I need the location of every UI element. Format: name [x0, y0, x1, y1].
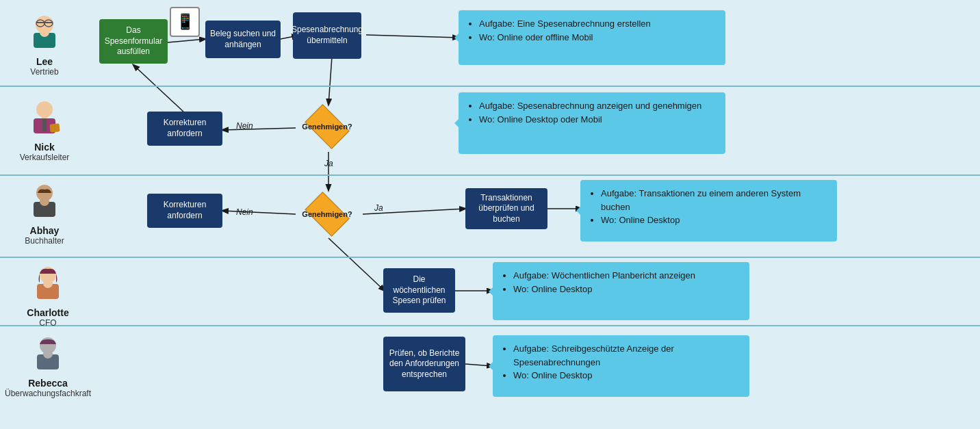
- box-transaktionen[interactable]: Transaktionen überprüfen und buchen: [465, 188, 547, 229]
- callout-nick-item-2: Wo: Online Desktop oder Mobil: [479, 113, 716, 127]
- process-diagram: Lee Vertrieb Nick Verkaufsleiter Abhay B…: [0, 0, 980, 429]
- svg-point-19: [36, 101, 53, 118]
- callout-rebecca-item-2: Wo: Online Desktop: [513, 369, 740, 382]
- diamond-genehmigen1: Genehmigen?: [293, 103, 361, 151]
- callout-abhay: Aufgabe: Transaktionen zu einem anderen …: [580, 180, 837, 242]
- box-spesenabrechnung[interactable]: Spesenabrechnung übermitteln: [293, 12, 361, 59]
- svg-line-6: [222, 211, 296, 214]
- box-korrekturen2[interactable]: Korrekturen anfordern: [147, 194, 222, 228]
- callout-lee: Aufgabe: Eine Spesenabrechnung erstellen…: [459, 10, 725, 65]
- callout-rebecca-list: Aufgabe: Schreibgeschützte Anzeige der S…: [502, 342, 740, 382]
- callout-lee-item-1: Aufgabe: Eine Spesenabrechnung erstellen: [479, 17, 716, 31]
- persona-nick: Nick Verkaufsleiter: [14, 98, 75, 162]
- svg-line-2: [328, 57, 332, 105]
- arrow-label-nein1: Nein: [236, 121, 253, 131]
- persona-charlotte-role: CFO: [39, 318, 56, 328]
- avatar-nick: [24, 98, 65, 139]
- callout-charlotte: Aufgabe: Wöchentlichen Planbericht anzei…: [493, 262, 749, 320]
- mobile-icon: 📱: [170, 7, 200, 37]
- svg-rect-23: [50, 123, 60, 132]
- persona-abhay-role: Buchhalter: [25, 236, 64, 246]
- persona-nick-role: Verkaufsleiter: [20, 153, 70, 162]
- box-spesenformular[interactable]: Das Spesenformular ausfüllen: [99, 19, 168, 64]
- svg-line-4: [133, 65, 185, 113]
- box-pruefen[interactable]: Prüfen, ob Berichte den Anforderungen en…: [383, 337, 465, 391]
- persona-lee: Lee Vertrieb: [14, 12, 75, 77]
- svg-point-26: [40, 196, 49, 206]
- callout-nick-item-1: Aufgabe: Spesenabrechnung anzeigen und g…: [479, 99, 716, 113]
- swimlane-line-4: [0, 325, 980, 326]
- persona-abhay-name: Abhay: [30, 225, 60, 236]
- avatar-rebecca: [27, 334, 68, 375]
- avatar-lee: [24, 12, 65, 53]
- callout-charlotte-list: Aufgabe: Wöchentlichen Planbericht anzei…: [502, 269, 740, 296]
- box-wochentlich[interactable]: Die wöchentlichen Spesen prüfen: [383, 268, 455, 313]
- swimlane-line-2: [0, 174, 980, 176]
- persona-charlotte-name: Charlotte: [27, 307, 68, 318]
- callout-abhay-item-1: Aufgabe: Transaktionen zu einem anderen …: [601, 187, 827, 213]
- persona-lee-name: Lee: [36, 56, 53, 67]
- svg-point-29: [43, 278, 53, 288]
- swimlane-line-3: [0, 257, 980, 258]
- callout-lee-list: Aufgabe: Eine Spesenabrechnung erstellen…: [468, 17, 716, 44]
- callout-charlotte-item-1: Aufgabe: Wöchentlichen Planbericht anzei…: [513, 269, 740, 283]
- persona-abhay: Abhay Buchhalter: [14, 181, 75, 246]
- callout-lee-item-2: Wo: Online oder offline Mobil: [479, 31, 716, 44]
- callout-abhay-list: Aufgabe: Transaktionen zu einem anderen …: [590, 187, 827, 227]
- box-belege-suchen[interactable]: Beleg suchen und anhängen: [205, 21, 281, 58]
- persona-rebecca-role: Überwachungsfachkraft: [5, 389, 91, 398]
- svg-line-12: [366, 35, 459, 38]
- box-korrekturen1[interactable]: Korrekturen anfordern: [147, 112, 222, 146]
- callout-rebecca: Aufgabe: Schreibgeschützte Anzeige der S…: [493, 335, 749, 397]
- svg-point-18: [40, 27, 49, 37]
- arrow-label-ja1: Ja: [324, 159, 333, 168]
- svg-point-32: [43, 349, 53, 359]
- avatar-abhay: [24, 181, 65, 222]
- persona-rebecca-name: Rebecca: [28, 378, 68, 389]
- persona-lee-role: Vertrieb: [30, 67, 58, 77]
- svg-line-0: [168, 39, 205, 42]
- swimlane-line-1: [0, 86, 980, 87]
- arrow-label-nein2: Nein: [236, 207, 253, 217]
- persona-charlotte: Charlotte CFO: [14, 263, 82, 328]
- callout-rebecca-item-1: Aufgabe: Schreibgeschützte Anzeige der S…: [513, 342, 740, 369]
- arrow-label-ja2: Ja: [374, 203, 383, 213]
- svg-line-8: [328, 238, 385, 291]
- callout-nick-list: Aufgabe: Spesenabrechnung anzeigen und g…: [468, 99, 716, 126]
- persona-nick-name: Nick: [34, 142, 55, 153]
- callout-abhay-item-2: Wo: Online Desktop: [601, 213, 827, 227]
- svg-rect-22: [42, 119, 47, 131]
- persona-rebecca: Rebecca Überwachungsfachkraft: [14, 334, 82, 398]
- callout-charlotte-item-2: Wo: Online Desktop: [513, 283, 740, 296]
- callout-nick: Aufgabe: Spesenabrechnung anzeigen und g…: [459, 92, 725, 154]
- svg-line-3: [222, 128, 296, 130]
- diamond-genehmigen2: Genehmigen?: [293, 190, 361, 238]
- avatar-charlotte: [27, 263, 68, 304]
